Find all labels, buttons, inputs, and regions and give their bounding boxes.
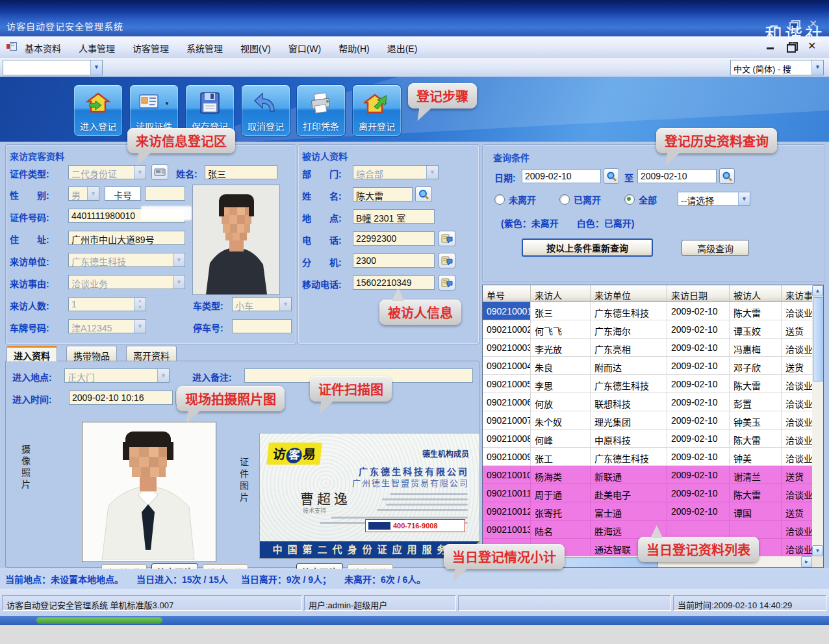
menu-item-visitor[interactable]: 访客管理 xyxy=(133,42,169,55)
tab-carried-items[interactable]: 携带物品 xyxy=(66,346,117,361)
col-header-company[interactable]: 来访单位 xyxy=(591,285,667,302)
table-cell[interactable]: 090210009 xyxy=(483,448,531,466)
company-select[interactable]: 广东德生科技 ▼ xyxy=(68,253,185,267)
date-to-picker-button[interactable] xyxy=(719,168,735,184)
col-header-date[interactable]: 来访日期 xyxy=(667,285,730,302)
table-cell[interactable]: 赴美电子 xyxy=(591,484,667,502)
menu-item-help[interactable]: 帮助(H) xyxy=(338,42,369,55)
table-cell[interactable]: 广东德生科技 xyxy=(591,302,667,320)
radio-left[interactable]: 已离开 xyxy=(559,193,601,206)
mobile-input[interactable]: 15602210349 xyxy=(353,276,435,290)
table-cell[interactable]: 2009-02-10 xyxy=(667,320,730,339)
date-from-input[interactable]: 2009-02-10 xyxy=(522,169,601,183)
table-row[interactable]: 090210002何飞飞广东海尔2009-02-10谭玉姣送货 xyxy=(483,320,823,339)
table-cell[interactable]: 090210005 xyxy=(483,375,531,393)
table-cell[interactable]: 谭国 xyxy=(730,502,782,521)
plate-no-select[interactable]: 津A12345 ▼ xyxy=(68,319,146,333)
table-cell[interactable]: 090210008 xyxy=(483,430,531,448)
table-cell[interactable]: 联想科技 xyxy=(591,393,667,411)
radio-all[interactable]: 全部 xyxy=(624,193,657,206)
chevron-down-icon[interactable]: ▼ xyxy=(164,101,170,107)
visited-name-input[interactable]: 陈大雷 xyxy=(353,187,413,201)
table-cell[interactable]: 钟美玉 xyxy=(730,411,782,430)
phone-input[interactable]: 22992300 xyxy=(353,231,435,246)
scroll-up-icon[interactable]: ▲ xyxy=(812,285,823,296)
table-row[interactable]: 090210005李思广东德生科技2009-02-10陈大雷洽谈业务 xyxy=(483,375,823,393)
table-cell[interactable]: 彭置 xyxy=(730,393,782,411)
date-to-input[interactable]: 2009-02-10 xyxy=(637,169,717,183)
chevron-down-icon[interactable]: ▼ xyxy=(811,60,823,75)
table-row[interactable]: 090210012张寄托富士通2009-02-10谭国送货 xyxy=(483,502,823,521)
spinner-arrows-icon[interactable]: ▲▼ xyxy=(134,298,146,311)
menu-item-hr[interactable]: 人事管理 xyxy=(79,42,115,55)
table-cell[interactable]: 广东亮相 xyxy=(591,339,667,357)
table-cell[interactable]: 2009-02-10 xyxy=(667,502,730,521)
menu-item-basic[interactable]: 基本资料 xyxy=(25,42,61,55)
card-no-input[interactable] xyxy=(145,187,185,201)
table-cell[interactable]: 广东海尔 xyxy=(591,320,667,339)
leave-register-button[interactable]: 离开登记 xyxy=(352,84,402,136)
dial-mobile-button[interactable] xyxy=(439,275,455,290)
menu-item-exit[interactable]: 退出(E) xyxy=(387,42,418,55)
radio-not-left[interactable]: 未离开 xyxy=(494,193,536,206)
entry-time-input[interactable]: 2009-02-10 10:16 xyxy=(69,391,173,405)
language-bar[interactable]: 中文 (简体) - 搜 ▼ xyxy=(730,60,824,75)
table-row[interactable]: 090210007朱个奴理光集团2009-02-10钟美玉洽谈业务 xyxy=(483,411,823,430)
advanced-query-button[interactable]: 高级查询 xyxy=(682,240,749,256)
table-cell[interactable]: 陈大雷 xyxy=(730,430,782,448)
table-cell[interactable]: 2009-02-10 xyxy=(667,466,730,484)
table-row[interactable]: 090210010杨海类新联通2009-02-10谢清兰送货 xyxy=(483,466,823,484)
menu-item-view[interactable]: 视图(V) xyxy=(240,42,271,55)
table-row[interactable]: 090210001张三广东德生科技2009-02-10陈大雷洽谈业务 xyxy=(483,302,823,320)
table-cell[interactable]: 新联通 xyxy=(591,466,667,484)
gender-select[interactable]: 男 ▼ xyxy=(68,187,99,201)
status-filter-select[interactable]: --请选择 ▼ xyxy=(678,192,750,206)
table-cell[interactable]: 邓子欣 xyxy=(730,357,782,375)
department-select[interactable]: 综合部 ▼ xyxy=(353,165,439,179)
table-cell[interactable]: 陈大雷 xyxy=(730,484,782,502)
table-cell[interactable]: 090210004 xyxy=(483,357,531,375)
vscroll-thumb[interactable] xyxy=(813,297,824,381)
table-cell[interactable]: 090210007 xyxy=(483,411,531,430)
parking-no-input[interactable] xyxy=(232,319,292,333)
table-cell[interactable]: 谭玉姣 xyxy=(730,320,782,339)
chevron-down-icon[interactable]: ▼ xyxy=(90,60,102,75)
table-cell[interactable]: 杨海类 xyxy=(531,466,591,484)
tab-entry-info[interactable]: 进入资料 xyxy=(6,346,57,361)
table-cell[interactable]: 2009-02-10 xyxy=(667,430,730,448)
dial-ext-button[interactable] xyxy=(439,253,455,268)
table-cell[interactable]: 富士通 xyxy=(591,502,667,521)
table-cell[interactable]: 附而达 xyxy=(591,357,667,375)
reason-select[interactable]: 洽谈业务 ▼ xyxy=(68,275,185,289)
col-header-visited[interactable]: 被访人 xyxy=(730,285,782,302)
location-input[interactable]: B幢 2301 室 xyxy=(353,209,435,224)
table-cell[interactable]: 何峰 xyxy=(531,430,591,448)
table-cell[interactable]: 2009-02-10 xyxy=(667,339,730,357)
table-cell[interactable]: 广东德生科技 xyxy=(591,448,667,466)
enter-register-button[interactable]: 进入登记 xyxy=(73,84,123,136)
table-cell[interactable]: 090210012 xyxy=(483,502,531,521)
table-cell[interactable]: 朱良 xyxy=(531,357,591,375)
print-slip-button[interactable]: 打印凭条 xyxy=(296,84,346,136)
vertical-scrollbar[interactable]: ▲ ▼ xyxy=(812,285,823,556)
cancel-register-button[interactable]: 取消登记 xyxy=(241,84,290,136)
col-header-order-no[interactable]: 单号 xyxy=(483,285,531,302)
table-cell[interactable]: 朱个奴 xyxy=(531,411,591,430)
address-input[interactable]: 广州市中山大道89号 xyxy=(68,231,185,245)
date-from-picker-button[interactable] xyxy=(604,168,619,184)
table-cell[interactable]: 陈大雷 xyxy=(730,302,782,320)
vehicle-type-select[interactable]: 小车 ▼ xyxy=(232,297,292,311)
table-cell[interactable]: 冯惠梅 xyxy=(730,339,782,357)
ext-input[interactable]: 2300 xyxy=(353,253,435,268)
table-cell[interactable]: 090210002 xyxy=(483,320,531,339)
table-cell[interactable]: 2009-02-10 xyxy=(667,484,730,502)
table-cell[interactable]: 李思 xyxy=(531,375,591,393)
table-cell[interactable]: 张工 xyxy=(531,448,591,466)
entry-location-select[interactable]: 正大门 ▼ xyxy=(64,368,170,383)
table-cell[interactable]: 陈大雷 xyxy=(730,375,782,393)
table-cell[interactable]: 何飞飞 xyxy=(531,320,591,339)
table-cell[interactable] xyxy=(667,521,730,539)
scroll-down-icon[interactable]: ▼ xyxy=(812,545,823,556)
table-cell[interactable]: 2009-02-10 xyxy=(667,448,730,466)
table-cell[interactable]: 090210013 xyxy=(483,521,531,539)
